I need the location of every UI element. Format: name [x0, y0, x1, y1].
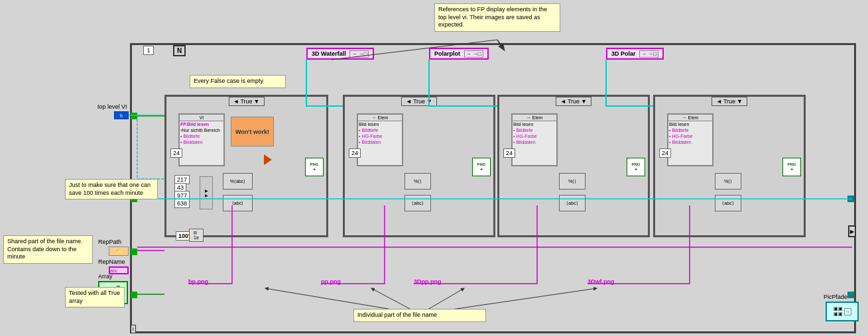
comment-references: References to FP display elements in the…	[434, 3, 560, 32]
comment-shared-file: Shared part of the file name. Contains d…	[3, 235, 93, 264]
teal-terminal-2	[847, 292, 854, 298]
rep-name-label: RepName	[98, 258, 125, 265]
comment-individual-part: Individual part of the file name	[353, 309, 486, 322]
proc-block-4b: ⟨abc⟩	[715, 195, 741, 211]
proc-block-2b: ⟨abc⟩	[404, 195, 431, 211]
n-terminal: N	[173, 45, 186, 56]
polarplot-block: Polarplot → →□	[429, 48, 489, 60]
const-24-1: 24	[170, 148, 182, 158]
wont-work: Won't work!	[231, 117, 274, 146]
comment-tested-with: Tested with all True array	[65, 287, 125, 308]
case-label-1[interactable]: ◄ True ▼	[228, 97, 264, 106]
proc-block-4a: %⟨⟩	[715, 173, 741, 190]
png-icon-2: PNG +	[472, 158, 491, 176]
rep-path-label: RepPath	[98, 239, 121, 245]
case-struct-2: ◄ True ▼ → Elem Bild lesen • Bildtiefe •…	[343, 95, 495, 237]
comment-just-make-sure: Just to make sure that one can save 100 …	[65, 179, 158, 199]
polar-3d-block: 3D Polar → →□	[606, 48, 664, 60]
case-label-3[interactable]: ◄ True ▼	[556, 97, 591, 106]
top-level-vi-label: top level VI	[97, 103, 127, 110]
true-arrow-right-4[interactable]: ▼	[737, 98, 743, 105]
proc-block-1b: ⟨abc⟩	[223, 195, 253, 211]
true-arrow-right-3[interactable]: ▼	[581, 98, 587, 105]
case-label-4[interactable]: ◄ True ▼	[712, 97, 747, 106]
true-arrow-left-3[interactable]: ◄	[560, 98, 566, 105]
dpp-3d-label: 3Dpp.png	[414, 278, 442, 285]
true-arrow-left-2[interactable]: ◄	[406, 98, 412, 105]
const-24-2: 24	[349, 148, 361, 158]
case-struct-3: ◄ True ▼ → Elem Bild lesen • Bildtiefe •…	[497, 95, 650, 237]
pic-pfade-label: PicPfade	[824, 294, 847, 300]
const-24-4: 24	[659, 148, 671, 158]
const-638: 638	[174, 199, 190, 208]
case-struct-1: ◄ True ▼ VI FP.Bild lesen ›Nur sichtb Be…	[164, 95, 328, 237]
teal-terminal-1	[847, 196, 854, 202]
bp-png-label: bp.png	[188, 278, 208, 285]
true-arrow-right-2[interactable]: ▼	[426, 98, 432, 105]
png-icon-3: PNG +	[627, 158, 645, 176]
main-canvas: N 1 i top level VI b References to FP di…	[0, 0, 868, 336]
elem-block-3: → Elem Bild lesen • Bildtiefe • HG-Farbe…	[511, 113, 558, 166]
play-icon-1	[261, 153, 275, 166]
proc-block-2a: %⟨⟩	[404, 173, 431, 190]
pic-pfade-control[interactable]: ▣▣▣▣ →	[826, 302, 859, 321]
rep-path-control[interactable]: 📁	[109, 247, 129, 256]
r-1e-block: R1e	[189, 229, 204, 242]
const-24-3: 24	[503, 148, 515, 158]
true-label-2: True	[413, 98, 425, 105]
case-label-2[interactable]: ◄ True ▼	[401, 97, 437, 106]
dwf-3d-label: 3Dwf.png	[588, 278, 615, 285]
case-struct-4: ◄ True ▼ → Elem Bild lesen • Bildtiefe •…	[653, 95, 806, 237]
pp-png-label: pp.png	[321, 278, 341, 285]
i-index: i	[131, 325, 136, 333]
true-label-1: True	[240, 98, 252, 105]
array-label-text: Array	[98, 273, 113, 280]
shift-register-right: ▶	[848, 225, 856, 237]
proc-block-3a: %⟨⟩	[559, 173, 586, 190]
green-terminal-4	[131, 292, 137, 298]
true-arrow-left-1[interactable]: ◄	[233, 98, 239, 105]
green-terminal-1	[131, 113, 137, 119]
proc-block-1a: %⟨abc⟩	[223, 173, 253, 190]
top-level-vi-terminal: b	[114, 111, 129, 119]
waterfall-3d-block: 3D Waterfall → →□	[306, 48, 374, 60]
comment-false-case: Every False case is empty	[190, 75, 286, 88]
vi-subblock: VI FP.Bild lesen ›Nur sichtb Bereich • B…	[178, 113, 225, 166]
png-icon-4: PNG +	[782, 158, 801, 176]
true-label-3: True	[568, 98, 580, 105]
proc-block-3b: ⟨abc⟩	[559, 195, 586, 211]
merge-block-1: ▶▶	[200, 176, 213, 209]
const-1: 1	[143, 46, 154, 55]
elem-block-4: → Elem Bild lesen • Bildtiefe • HG-Farbe…	[667, 113, 713, 166]
true-label-4: True	[723, 98, 735, 105]
png-icon-1: PNG +	[305, 158, 324, 176]
green-terminal-3	[131, 249, 137, 255]
elem-block-2: → Elem Bild lesen • Bildtiefe • HG-Farbe…	[357, 113, 403, 166]
true-arrow-left-4[interactable]: ◄	[716, 98, 722, 105]
true-arrow-right-1[interactable]: ▼	[254, 98, 260, 105]
